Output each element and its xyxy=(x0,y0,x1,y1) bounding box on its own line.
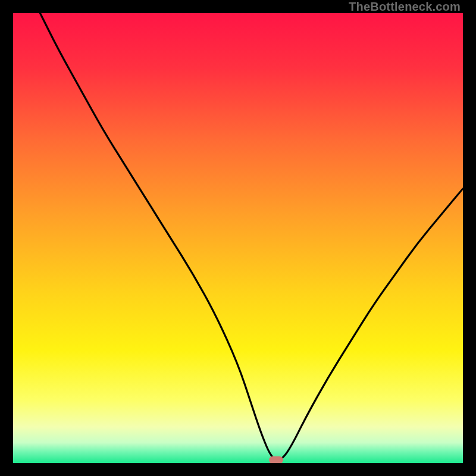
plot-area xyxy=(13,13,463,463)
watermark-text: TheBottleneck.com xyxy=(349,0,461,14)
bottleneck-curve xyxy=(13,13,463,463)
chart-frame: TheBottleneck.com xyxy=(0,0,476,476)
optimal-marker xyxy=(269,456,283,463)
